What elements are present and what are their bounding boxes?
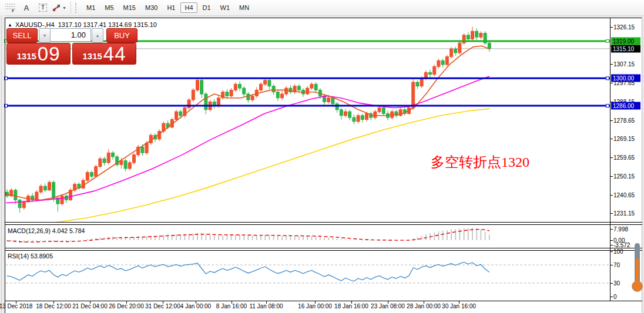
timeframe-button-h4[interactable]: H4 (180, 2, 197, 13)
toolbar: F A T ▼ M1M5M15M30H1H4D1W1MN (0, 0, 644, 16)
rsi-scale-label: 30 (613, 280, 620, 286)
time-axis-label: 23 Jan 08:00 (371, 303, 405, 309)
thermometer-icon (631, 243, 643, 292)
timeframe-button-mn[interactable]: MN (235, 2, 253, 13)
time-axis-label: 21 Dec 04:00 (72, 303, 108, 309)
timeframe-button-m30[interactable]: M30 (141, 2, 162, 13)
toolbar-grip[interactable] (75, 3, 78, 13)
time-axis-label: 8 Jan 16:00 (216, 303, 247, 309)
time-axis-label: 11 Jan 08:00 (249, 303, 283, 309)
current-price-label: 1315.10 (611, 45, 640, 52)
chart-title-text: XAUUSD-,H4 1317.10 1317.41 1314.69 1315.… (15, 21, 157, 28)
price-tick-label: 1307.15 (613, 61, 635, 68)
price-tick-label: 1259.65 (613, 154, 635, 161)
chevron-up-icon: ▲ (96, 33, 100, 38)
rsi-scale-label: 70 (613, 262, 620, 268)
price-tick-label: 1269.15 (613, 136, 635, 142)
time-axis-label: 26 Dec 20:00 (109, 303, 144, 309)
price-level-label: 1286.00 (611, 102, 640, 110)
buy-button-label: BUY (114, 31, 130, 40)
timeframe-button-w1[interactable]: W1 (216, 2, 234, 13)
rsi-scale-label: 0 (613, 294, 617, 300)
macd-scale-label: -3.572 (613, 242, 630, 248)
time-axis-label: 18 Dec 12:00 (36, 303, 71, 309)
chart-annotation-text[interactable]: 多空转折点1320 (431, 153, 529, 171)
sell-button-label: SELL (13, 31, 32, 40)
buy-button[interactable]: BUY (106, 28, 137, 43)
timeframe-button-m1[interactable]: M1 (82, 2, 99, 13)
time-axis-label: 30 Jan 16:00 (442, 303, 476, 309)
arrows-tool-button[interactable]: ▼ (52, 2, 66, 14)
window-left-edge (0, 15, 5, 313)
sell-price-box[interactable]: 1315 09 (6, 43, 71, 65)
time-axis-label: 4 Jan 00:00 (180, 303, 211, 309)
chart-title: ▲XAUUSD-,H4 1317.10 1317.41 1314.69 1315… (8, 21, 157, 28)
sell-price-digits: 09 (38, 44, 61, 63)
price-tick-label: 1231.15 (613, 210, 635, 217)
text-tool-icon: T (39, 4, 47, 12)
buy-price-prefix: 1315 (82, 51, 102, 61)
fibonacci-icon: F (5, 3, 16, 12)
timeframe-bar: M1M5M15M30H1H4D1W1MN (82, 2, 254, 13)
timeframe-button-d1[interactable]: D1 (199, 2, 215, 13)
rsi-label: RSI(14) 53.8905 (8, 253, 53, 260)
toolbar-separator (71, 2, 71, 14)
macd-label: MACD(12,26,9) 4.042 5.784 (8, 227, 85, 234)
fibonacci-tool-button[interactable]: F (3, 2, 17, 14)
price-level-label: 1319.00 (611, 37, 640, 45)
price-tick-label: 1250.15 (613, 173, 635, 179)
time-axis-label: 16 Jan 00:00 (298, 303, 332, 309)
label-tool-button[interactable]: A (19, 2, 33, 14)
label-tool-icon: A (24, 4, 29, 12)
price-level-label: 1300.00 (611, 75, 640, 82)
arrows-icon (52, 4, 61, 12)
collapse-arrow-icon[interactable]: ▲ (8, 22, 12, 28)
price-tick-label: 1278.65 (613, 117, 635, 123)
text-tool-button[interactable]: T (36, 2, 50, 14)
timeframe-button-h1[interactable]: H1 (163, 2, 179, 13)
volume-dropdown-button[interactable]: ▼ (39, 28, 51, 43)
arrows-dropdown-icon[interactable]: ▼ (62, 6, 66, 10)
sell-price-prefix: 1315 (16, 51, 36, 61)
timeframe-button-m5[interactable]: M5 (100, 2, 118, 13)
buy-price-digits: 44 (103, 44, 126, 63)
time-axis-label: 28 Jan 00:00 (407, 303, 441, 309)
price-tick-label: 1326.15 (613, 24, 635, 31)
svg-text:F: F (12, 9, 15, 12)
volume-field-wrap (50, 28, 91, 42)
sell-button[interactable]: SELL (6, 28, 38, 43)
time-axis-label: 18 Jan 16:00 (334, 303, 368, 309)
chevron-down-icon: ▼ (43, 33, 47, 38)
time-axis-label: 13 Dec 2018 (0, 303, 32, 309)
macd-scale-label: 7.998 (613, 226, 628, 233)
volume-spinner-button[interactable]: ▲ (92, 28, 103, 43)
buy-price-box[interactable]: 1315 44 (72, 43, 136, 65)
time-axis-label: 31 Dec 12:00 (145, 303, 180, 309)
one-click-trade-panel: SELL ▼ ▲ BUY 1315 09 1315 44 (6, 28, 136, 65)
rsi-scale-label: 100 (613, 248, 623, 255)
volume-input[interactable] (50, 28, 91, 42)
price-tick-label: 1240.65 (613, 191, 635, 198)
timeframe-button-m15[interactable]: M15 (119, 2, 140, 13)
